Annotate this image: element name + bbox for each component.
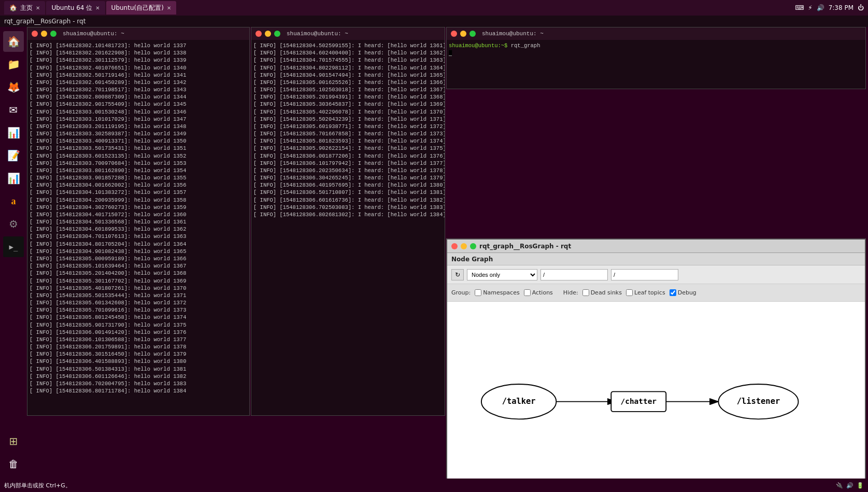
rqt-close-btn[interactable] [451,243,458,249]
ubuntu64-tab-label: Ubuntu 64 位 [51,4,92,12]
group-label: Group: [451,289,471,296]
taskbar-right: ⌨ ⚡ 🔊 7:38 PM ⏻ [795,4,864,11]
terminal-1-titlebar: shuaimou@ubuntu: ~ [27,27,249,40]
sidebar-icon-files[interactable]: 📁 [3,54,24,75]
window-title: rqt_graph__RosGraph - rqt [4,18,86,25]
terminal-3-titlebar: shuaimou@ubuntu: ~ [447,27,865,40]
taskbar-bottom-right: 🔌 🔊 🔋 [836,482,864,489]
rqt-titlebar: rqt_graph__RosGraph - rqt [447,240,865,253]
actions-checkbox-label[interactable]: Actions [524,289,553,296]
ubuntu-custom-tab-close[interactable]: ✕ [167,5,171,11]
volume-icon: 🔊 [817,4,824,11]
bottom-power-icon: 🔋 [857,482,864,489]
rqt-refresh-button[interactable]: ↻ [451,269,464,280]
bluetooth-icon: ⚡ [808,4,812,11]
actions-checkbox[interactable] [524,289,531,296]
bottom-sound-icon: 🔊 [846,482,853,489]
rqt-title: rqt_graph__RosGraph - rqt [479,243,571,250]
terminal-3-min[interactable] [460,31,466,37]
rqt-window: rqt_graph__RosGraph - rqt Node Graph ↻ N… [446,238,866,492]
terminal-3: shuaimou@ubuntu: ~ shuaimou@ubuntu:~$ rq… [446,27,866,89]
rqt-toolbar: ↻ Nodes only Nodes/Topics (all) Nodes/To… [447,265,865,284]
taskbar-bottom: 机内部单击或按 Ctrl+G。 🔌 🔊 🔋 [0,479,868,492]
sidebar-icon-trash[interactable]: 🗑 [3,454,24,474]
rqt-namespace-input[interactable] [540,269,608,280]
terminal-1-max[interactable] [50,31,56,37]
dead-sinks-checkbox-label[interactable]: Dead sinks [582,289,622,296]
terminal-1: shuaimou@ubuntu: ~ [ INFO] [1548128302.1… [27,27,250,416]
terminal-2: shuaimou@ubuntu: ~ [ INFO] [1548128304.5… [251,27,445,416]
dead-sinks-checkbox[interactable] [582,289,589,296]
sidebar-icon-terminal[interactable]: ▶_ [3,236,24,257]
keyboard-icon: ⌨ [795,4,804,11]
terminal-2-title: shuaimou@ubuntu: ~ [287,31,348,37]
leaf-topics-checkbox-label[interactable]: Leaf topics [626,289,665,296]
sidebar-icon-email[interactable]: ✉ [3,100,24,120]
svg-text:/listener: /listener [737,397,780,406]
rqt-controls: Group: Namespaces Actions Hide: Dead sin… [447,284,865,302]
sidebar-icon-amazon[interactable]: a [3,191,24,212]
clock: 7:38 PM [829,4,853,11]
sidebar-icon-impress[interactable]: 📊 [3,168,24,189]
home-tab-label: 主页 [20,4,33,12]
terminal-3-close[interactable] [451,31,457,37]
sidebar-icon-settings[interactable]: ⚙ [3,214,24,234]
leaf-topics-checkbox[interactable] [626,289,633,296]
sidebar-icon-home[interactable]: 🏠 [3,31,24,52]
ubuntu64-tab-close[interactable]: ✕ [95,5,99,11]
tab-ubuntu64[interactable]: Ubuntu 64 位 ✕ [46,1,105,15]
talker-node: /talker [481,384,556,419]
chatter-topic: /chatter [611,391,666,412]
terminal-1-title: shuaimou@ubuntu: ~ [63,31,124,37]
hide-label: Hide: [563,289,578,296]
listener-node: /listener [718,384,798,419]
rqt-content: Node Graph ↻ Nodes only Nodes/Topics (al… [447,253,865,491]
namespaces-checkbox[interactable] [475,289,481,296]
debug-checkbox-label[interactable]: Debug [670,289,696,296]
taskbar-top: 🏠 主页 ✕ Ubuntu 64 位 ✕ Ubuntu(自己配置) ✕ ⌨ ⚡ … [0,0,868,16]
rqt-graph-area[interactable]: /talker /chatter /listener [447,302,865,491]
debug-checkbox[interactable] [670,289,676,296]
sidebar-icon-spreadsheet[interactable]: 📊 [3,122,24,143]
bottom-network-icon: 🔌 [836,482,843,489]
window-titlebar: rqt_graph__RosGraph - rqt [0,16,868,27]
terminal-2-close[interactable] [255,31,262,37]
taskbar-tabs: 🏠 主页 ✕ Ubuntu 64 位 ✕ Ubuntu(自己配置) ✕ [4,0,176,16]
rqt-graph-svg: /talker /chatter /listener [447,302,865,491]
rqt-section-title: Node Graph [447,253,865,265]
terminal-3-max[interactable] [469,31,476,37]
rqt-filter-dropdown[interactable]: Nodes only Nodes/Topics (all) Nodes/Topi… [467,269,537,280]
rqt-min-btn[interactable] [461,243,467,249]
svg-text:/chatter: /chatter [621,397,657,405]
terminal-2-max[interactable] [274,31,280,37]
terminal-3-content[interactable]: shuaimou@ubuntu:~$ rqt_graph█ [447,40,865,89]
power-icon: ⏻ [858,4,864,11]
rqt-topic-input[interactable] [611,269,678,280]
home-tab-close[interactable]: ✕ [36,5,40,11]
rqt-max-btn[interactable] [470,243,476,249]
tab-home[interactable]: 🏠 主页 ✕ [4,1,45,15]
tab-ubuntu-custom[interactable]: Ubuntu(自己配置) ✕ [106,1,177,15]
terminal-2-min[interactable] [265,31,271,37]
bottom-status-text: 机内部单击或按 Ctrl+G。 [4,482,71,489]
sidebar-icon-browser[interactable]: 🦊 [3,77,24,97]
namespaces-checkbox-label[interactable]: Namespaces [475,289,519,296]
sidebar-icon-writer[interactable]: 📝 [3,145,24,166]
svg-text:/talker: /talker [502,397,536,406]
terminal-2-content[interactable]: [ INFO] [1548128304.502599155]: I heard:… [251,40,445,415]
terminal-1-close[interactable] [32,31,38,37]
terminal-1-content[interactable]: [ INFO] [1548128302.101481723]: hello wo… [27,40,249,415]
terminal-2-titlebar: shuaimou@ubuntu: ~ [251,27,445,40]
terminal-3-title: shuaimou@ubuntu: ~ [482,31,544,37]
sidebar-icon-apps[interactable]: ⊞ [3,431,24,452]
terminal-1-min[interactable] [41,31,47,37]
home-tab-icon: 🏠 [9,4,17,11]
sidebar: 🏠 📁 🦊 ✉ 📊 📝 📊 a ⚙ ▶_ ⊞ 🗑 [0,27,27,479]
ubuntu-custom-tab-label: Ubuntu(自己配置) [111,4,164,12]
